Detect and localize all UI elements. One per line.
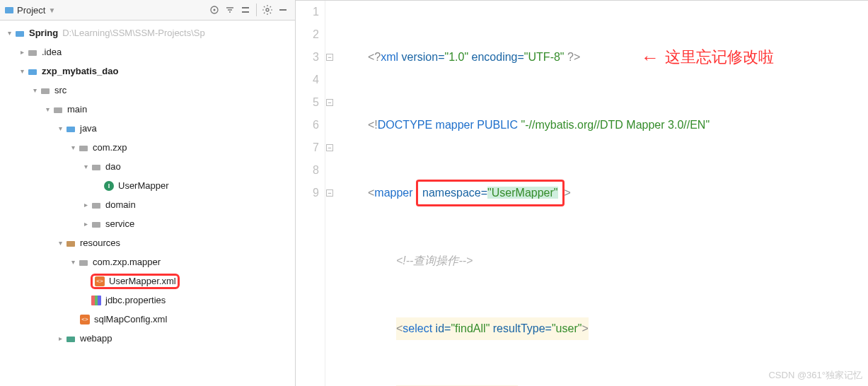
tree-item-usermapper-interface[interactable]: I UserMapper [0,176,295,195]
expand-all-icon[interactable] [222,2,238,18]
project-tool-window: Project ▼ ▾ Spring D:\Learning\SSM\SSM-P… [0,0,296,386]
svg-rect-7 [16,31,24,37]
code-line: <select id="findAll" resultType="user"> [340,317,868,340]
svg-point-5 [266,8,269,11]
svg-rect-9 [28,69,37,75]
project-panel-title[interactable]: Project ▼ [4,5,55,16]
root-path: D:\Learning\SSM\SSM-Projects\Sp [62,28,205,38]
svg-rect-19 [66,337,75,342]
project-icon [4,5,14,15]
properties-file-icon [91,296,101,305]
arrow-left-icon: ← [641,46,659,69]
tree-item-domain[interactable]: ▸ domain [0,195,295,214]
fold-gutter: − − − − [325,1,335,386]
tree-item-module[interactable]: ▾ zxp_mybatis_dao [0,62,295,81]
editor-area: I UserMapper.java × C ServiceDemo.java ×… [296,0,868,386]
settings-gear-icon[interactable] [260,2,275,18]
code-content[interactable]: <?xml version="1.0" encoding="UTF-8" ?> … [335,1,868,386]
svg-rect-4 [242,11,249,13]
xml-file-icon: <> [95,276,105,286]
svg-rect-11 [54,107,62,113]
line-number-gutter: 1 2 3 4 5 6 7 8 9 [296,1,325,386]
svg-rect-15 [92,203,100,209]
tree-item-dao[interactable]: ▾ dao [0,157,295,176]
annotation-text: 这里忘记修改啦 [665,46,774,69]
svg-point-2 [214,9,216,11]
tree-item-package[interactable]: ▾ com.zxp [0,138,295,157]
code-line: <!--查询操作--> [340,250,868,272]
project-tree[interactable]: ▾ Spring D:\Learning\SSM\SSM-Projects\Sp… [0,21,295,386]
svg-rect-14 [92,165,100,170]
svg-rect-17 [66,241,75,247]
tree-item-mapper-pkg[interactable]: ▾ com.zxp.mapper [0,252,295,271]
interface-icon: I [104,181,114,191]
tree-item-main[interactable]: ▾ main [0,100,295,119]
svg-rect-16 [92,222,100,228]
svg-rect-12 [66,127,75,132]
tree-item-usermapper-xml[interactable]: <> UserMapper.xml [0,271,295,291]
collapse-all-icon[interactable] [238,2,253,18]
tree-item-src[interactable]: ▾ src [0,81,295,100]
fold-toggle-icon[interactable]: − [326,54,333,61]
tree-item-jdbc-properties[interactable]: jdbc.properties [0,291,295,310]
code-line: <mapper namespace="UserMapper"> [340,182,868,204]
annotation-callout: ← 这里忘记修改啦 [641,46,774,69]
separator [256,4,257,16]
code-line: <!DOCTYPE mapper PUBLIC "-//mybatis.org/… [340,114,868,136]
svg-rect-10 [41,88,50,94]
tree-root[interactable]: ▾ Spring D:\Learning\SSM\SSM-Projects\Sp [0,23,295,42]
svg-rect-13 [79,146,88,151]
hide-panel-icon[interactable] [275,2,291,18]
tree-item-idea[interactable]: ▸ .idea [0,42,295,62]
code-editor[interactable]: 1 2 3 4 5 6 7 8 9 − − − − <?xml version=… [296,1,868,386]
tree-item-webapp[interactable]: ▸ webapp [0,329,295,348]
root-label: Spring [29,28,58,38]
svg-rect-8 [28,50,37,56]
svg-rect-3 [242,7,249,8]
code-line: <?xml version="1.0" encoding="UTF-8" ?> [340,46,868,69]
tree-item-service[interactable]: ▸ service [0,214,295,233]
fold-toggle-icon[interactable]: − [326,99,333,106]
project-panel-header: Project ▼ [0,0,295,21]
select-opened-file-icon[interactable] [207,2,222,18]
xml-file-icon: <> [80,315,90,324]
fold-toggle-icon[interactable]: − [326,144,333,151]
svg-rect-18 [79,260,88,266]
tree-item-java[interactable]: ▾ java [0,119,295,138]
fold-toggle-icon[interactable]: − [326,189,333,197]
svg-rect-0 [5,7,13,13]
svg-rect-6 [279,9,287,11]
tree-item-sqlmapconfig[interactable]: <> sqlMapConfig.xml [0,310,295,329]
tree-item-resources[interactable]: ▾ resources [0,233,295,252]
